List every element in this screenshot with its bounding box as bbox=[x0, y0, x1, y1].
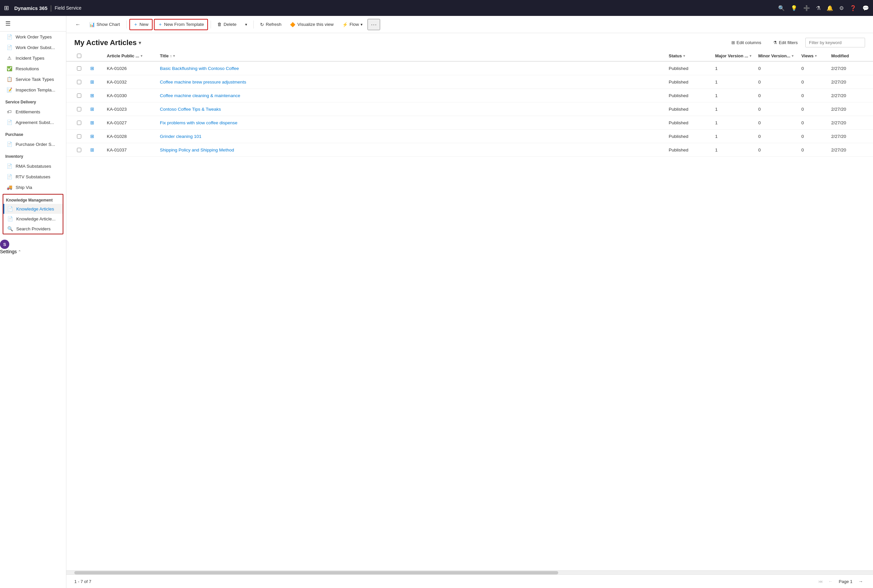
row-title-0[interactable]: Basic Backflushing with Contoso Coffee bbox=[157, 62, 666, 75]
new-from-template-label: New From Template bbox=[164, 22, 204, 27]
col-header-select[interactable] bbox=[74, 51, 87, 61]
col-header-status[interactable]: Status ▾ bbox=[666, 51, 712, 61]
row-checkbox-0[interactable] bbox=[77, 66, 81, 70]
row-checkbox-5[interactable] bbox=[77, 134, 81, 138]
sidebar-item-incident-types[interactable]: ⚠ Incident Types bbox=[0, 53, 66, 63]
horizontal-scrollbar[interactable] bbox=[66, 570, 873, 574]
table-row[interactable]: ⊞ KA-01037 Shipping Policy and Shipping … bbox=[66, 143, 873, 157]
col-header-article-number[interactable]: Article Public ... ▾ bbox=[104, 51, 157, 61]
search-icon[interactable]: 🔍 bbox=[778, 5, 785, 11]
table-row[interactable]: ⊞ KA-01028 Grinder cleaning 101 Publishe… bbox=[66, 130, 873, 143]
agreement-subst-icon: 📄 bbox=[6, 120, 12, 125]
new-button[interactable]: ＋ New bbox=[129, 19, 153, 30]
col-header-views[interactable]: Views ▾ bbox=[799, 51, 829, 61]
top-nav: ⊞ Dynamics 365 | Field Service 🔍 💡 ➕ ⚗ 🔔… bbox=[0, 0, 873, 16]
sidebar-item-agreement-subst[interactable]: 📄 Agreement Subst... bbox=[0, 117, 66, 128]
sidebar-item-entitlements[interactable]: 🏷 Entitlements bbox=[0, 106, 66, 117]
entity-icon-6: ⊞ bbox=[90, 147, 94, 153]
flow-button[interactable]: ⚡ Flow ▾ bbox=[339, 20, 367, 30]
filter-icon[interactable]: ⚗ bbox=[816, 5, 820, 11]
col-header-title[interactable]: Title ↑ ▾ bbox=[157, 51, 666, 61]
row-checkbox-4[interactable] bbox=[77, 121, 81, 125]
sidebar-label-work-order-subst: Work Order Subst... bbox=[16, 45, 55, 50]
show-chart-button[interactable]: 📊 Show Chart bbox=[86, 20, 124, 30]
row-entity-icon-4: ⊞ bbox=[87, 116, 104, 129]
sidebar-item-search-providers[interactable]: 🔍 Search Providers bbox=[3, 224, 63, 234]
views-sort-icon: ▾ bbox=[815, 54, 817, 58]
row-select-4[interactable] bbox=[74, 116, 87, 129]
scrollbar-thumb[interactable] bbox=[74, 571, 558, 574]
row-title-2[interactable]: Coffee machine cleaning & maintenance bbox=[157, 89, 666, 102]
list-title: My Active Articles ▾ bbox=[74, 39, 141, 47]
sidebar: ☰ 📄 Work Order Types 📄 Work Order Subst.… bbox=[0, 16, 66, 588]
row-article-number-1: KA-01032 bbox=[104, 75, 157, 88]
edit-columns-button[interactable]: ⊞ Edit columns bbox=[727, 38, 766, 47]
pagination-next-button[interactable]: → bbox=[856, 578, 865, 585]
waffle-icon[interactable]: ⊞ bbox=[4, 4, 9, 12]
add-icon[interactable]: ➕ bbox=[803, 5, 810, 11]
list-title-dropdown-icon[interactable]: ▾ bbox=[139, 40, 141, 45]
settings-item[interactable]: S Settings ⌃ bbox=[0, 240, 66, 254]
row-title-6[interactable]: Shipping Policy and Shipping Method bbox=[157, 143, 666, 156]
row-modified-6: 2/27/20 bbox=[829, 143, 865, 156]
visualize-button[interactable]: 🔶 Visualize this view bbox=[286, 20, 337, 30]
row-checkbox-2[interactable] bbox=[77, 93, 81, 98]
table-row[interactable]: ⊞ KA-01023 Contoso Coffee Tips & Tweaks … bbox=[66, 102, 873, 116]
row-views-6: 0 bbox=[799, 143, 829, 156]
module-name: Field Service bbox=[55, 5, 81, 10]
sidebar-item-purchase-order-s[interactable]: 📄 Purchase Order S... bbox=[0, 139, 66, 150]
edit-filters-label: Edit filters bbox=[779, 40, 798, 45]
sidebar-label-purchase-order-s: Purchase Order S... bbox=[16, 142, 55, 147]
col-header-major-version[interactable]: Major Version ... ▾ bbox=[712, 51, 756, 61]
row-checkbox-1[interactable] bbox=[77, 80, 81, 84]
table-row[interactable]: ⊞ KA-01032 Coffee machine brew pressure … bbox=[66, 75, 873, 89]
sidebar-item-resolutions[interactable]: ✅ Resolutions bbox=[0, 63, 66, 74]
col-header-modified[interactable]: Modified bbox=[829, 51, 865, 61]
sidebar-label-service-task-types: Service Task Types bbox=[16, 77, 54, 82]
row-article-number-2: KA-01030 bbox=[104, 89, 157, 102]
col-header-minor-version[interactable]: Minor Version... ▾ bbox=[756, 51, 799, 61]
feedback-icon[interactable]: 💬 bbox=[862, 5, 869, 11]
help-icon[interactable]: ❓ bbox=[850, 5, 856, 11]
row-title-1[interactable]: Coffee machine brew pressure adjustments bbox=[157, 75, 666, 88]
row-select-1[interactable] bbox=[74, 75, 87, 88]
lightbulb-icon[interactable]: 💡 bbox=[791, 5, 797, 11]
row-title-4[interactable]: Fix problems with slow coffee dispense bbox=[157, 116, 666, 129]
pagination-prev-button[interactable]: ← bbox=[826, 578, 835, 585]
row-select-0[interactable] bbox=[74, 62, 87, 75]
delete-dropdown-button[interactable]: ▾ bbox=[242, 20, 251, 29]
sidebar-item-work-order-types[interactable]: 📄 Work Order Types bbox=[0, 32, 66, 42]
table-row[interactable]: ⊞ KA-01027 Fix problems with slow coffee… bbox=[66, 116, 873, 130]
row-select-6[interactable] bbox=[74, 143, 87, 156]
sidebar-item-work-order-subst[interactable]: 📄 Work Order Subst... bbox=[0, 42, 66, 53]
row-title-5[interactable]: Grinder cleaning 101 bbox=[157, 130, 666, 143]
delete-button[interactable]: 🗑 Delete bbox=[213, 20, 240, 29]
bell-icon[interactable]: 🔔 bbox=[826, 5, 833, 11]
hamburger-icon[interactable]: ☰ bbox=[5, 20, 11, 27]
sidebar-item-inspection-templates[interactable]: 📝 Inspection Templa... bbox=[0, 84, 66, 95]
flow-chevron-icon: ▾ bbox=[361, 22, 362, 27]
refresh-button[interactable]: ↻ Refresh bbox=[256, 20, 285, 30]
sidebar-item-rtv-substatuses[interactable]: 📄 RTV Substatuses bbox=[0, 171, 66, 182]
sidebar-item-knowledge-article-templates[interactable]: 📄 Knowledge Article... bbox=[3, 214, 63, 224]
table-row[interactable]: ⊞ KA-01030 Coffee machine cleaning & mai… bbox=[66, 89, 873, 102]
row-select-5[interactable] bbox=[74, 130, 87, 143]
new-from-template-button[interactable]: ＋ New From Template bbox=[154, 19, 208, 30]
row-title-3[interactable]: Contoso Coffee Tips & Tweaks bbox=[157, 102, 666, 116]
select-all-checkbox[interactable] bbox=[77, 54, 81, 58]
sidebar-item-knowledge-articles[interactable]: 📄 Knowledge Articles bbox=[3, 204, 63, 214]
table-row[interactable]: ⊞ KA-01026 Basic Backflushing with Conto… bbox=[66, 62, 873, 75]
sidebar-item-rma-substatuses[interactable]: 📄 RMA Substatuses bbox=[0, 161, 66, 171]
pagination-first-button[interactable]: ⏮ bbox=[816, 578, 825, 585]
row-select-3[interactable] bbox=[74, 102, 87, 116]
more-button[interactable]: ⋯ bbox=[368, 19, 380, 30]
settings-icon[interactable]: ⚙ bbox=[839, 5, 844, 11]
sidebar-item-ship-via[interactable]: 🚚 Ship Via bbox=[0, 182, 66, 193]
row-select-2[interactable] bbox=[74, 89, 87, 102]
back-button[interactable]: ← bbox=[72, 19, 84, 30]
sidebar-item-service-task-types[interactable]: 📋 Service Task Types bbox=[0, 74, 66, 84]
row-checkbox-6[interactable] bbox=[77, 148, 81, 152]
row-checkbox-3[interactable] bbox=[77, 107, 81, 111]
filter-input[interactable] bbox=[805, 38, 865, 47]
edit-filters-button[interactable]: ⚗ Edit filters bbox=[769, 38, 802, 47]
